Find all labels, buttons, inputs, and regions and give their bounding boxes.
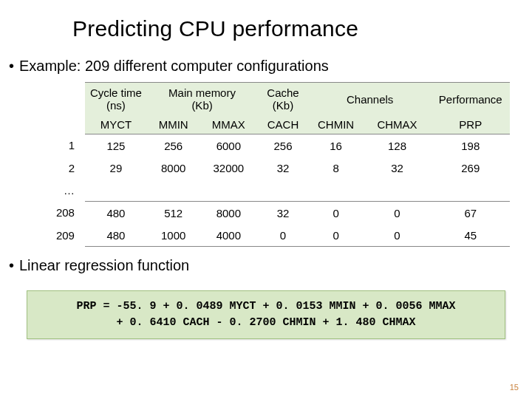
cell: 256: [147, 134, 200, 157]
bullet-example: •Example: 209 different computer configu…: [0, 58, 532, 75]
cell: 269: [432, 157, 510, 179]
cell: 0: [363, 224, 431, 247]
row-idx: 1: [53, 134, 85, 157]
table-row: 2 29 8000 32000 32 8 32 269: [53, 157, 510, 179]
cell: 0: [309, 202, 364, 225]
cell: 480: [85, 224, 147, 247]
col-prp: PRP: [432, 115, 510, 134]
hdr-channels: Channels: [309, 83, 432, 116]
regression-formula: PRP = -55. 9 + 0. 0489 MYCT + 0. 0153 MM…: [27, 290, 505, 339]
cell: 4000: [200, 224, 257, 247]
bullet-regression-text: Linear regression function: [19, 257, 189, 273]
bullet-dot-icon: •: [9, 257, 19, 274]
col-mmax: MMAX: [200, 115, 257, 134]
cell: 1000: [147, 224, 200, 247]
table-row: 209 480 1000 4000 0 0 0 45: [53, 224, 510, 247]
col-myct: MYCT: [85, 115, 147, 134]
cell: 0: [309, 224, 364, 247]
table-row: 208 480 512 8000 32 0 0 67: [53, 202, 510, 225]
col-mmin: MMIN: [147, 115, 200, 134]
cell: 32: [363, 157, 431, 179]
cell: 480: [85, 202, 147, 225]
cell: 45: [432, 224, 510, 247]
ellipsis: …: [53, 179, 85, 202]
bullet-regression: •Linear regression function: [0, 257, 532, 274]
group-header-row: Cycle time (ns) Main memory (Kb) Cache (…: [53, 83, 510, 116]
formula-box: PRP = -55. 9 + 0. 0489 MYCT + 0. 0153 MM…: [27, 290, 505, 339]
ellipsis-row: …: [53, 179, 510, 202]
bullet-dot-icon: •: [9, 58, 19, 75]
hdr-cache: Cache (Kb): [257, 83, 309, 116]
cell: 67: [432, 202, 510, 225]
cell: 32: [257, 157, 309, 179]
cell: 32000: [200, 157, 257, 179]
table-row: 1 125 256 6000 256 16 128 198: [53, 134, 510, 157]
hdr-perf: Performance: [432, 83, 510, 116]
col-header-row: MYCT MMIN MMAX CACH CHMIN CHMAX PRP: [53, 115, 510, 134]
bullet-example-text: Example: 209 different computer configur…: [19, 58, 329, 74]
cell: 0: [257, 224, 309, 247]
cell: 256: [257, 134, 309, 157]
page-number: 15: [510, 383, 519, 392]
row-idx: 209: [53, 224, 85, 247]
cell: 8000: [200, 202, 257, 225]
slide-title: Predicting CPU performance: [0, 0, 532, 41]
col-chmax: CHMAX: [363, 115, 431, 134]
col-cach: CACH: [257, 115, 309, 134]
cell: 8000: [147, 157, 200, 179]
hdr-cycle: Cycle time (ns): [85, 83, 147, 116]
cell: 198: [432, 134, 510, 157]
cell: 0: [363, 202, 431, 225]
cell: 125: [85, 134, 147, 157]
col-chmin: CHMIN: [309, 115, 364, 134]
cell: 512: [147, 202, 200, 225]
cell: 16: [309, 134, 364, 157]
cell: 29: [85, 157, 147, 179]
cell: 32: [257, 202, 309, 225]
config-table: Cycle time (ns) Main memory (Kb) Cache (…: [53, 82, 510, 247]
row-idx: 208: [53, 202, 85, 225]
cell: 128: [363, 134, 431, 157]
slide: Predicting CPU performance •Example: 209…: [0, 0, 532, 399]
cell: 6000: [200, 134, 257, 157]
hdr-mem: Main memory (Kb): [147, 83, 257, 116]
row-idx: 2: [53, 157, 85, 179]
cell: 8: [309, 157, 364, 179]
